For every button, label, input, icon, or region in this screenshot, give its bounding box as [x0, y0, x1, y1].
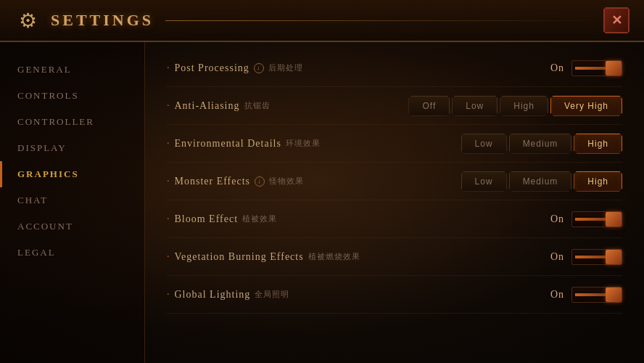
header-decoration [165, 20, 603, 21]
dot-icon: · [167, 251, 170, 263]
post-processing-controls: On [546, 60, 622, 76]
dot-icon: · [167, 289, 170, 301]
sidebar: GENERAL CONTROLS CONTROLLER DISPLAY GRAP… [0, 42, 145, 363]
sidebar-item-graphics[interactable]: GRAPHICS [0, 161, 144, 187]
sidebar-item-display[interactable]: DISPLAY [0, 135, 144, 161]
anti-aliasing-high[interactable]: High [500, 96, 548, 116]
global-lighting-slider[interactable] [571, 287, 622, 303]
bloom-effect-value: On [546, 213, 564, 225]
vegetation-burning-toggle: On [546, 249, 622, 265]
dot-icon: · [167, 138, 170, 150]
global-lighting-controls: On [546, 287, 622, 303]
dot-icon: · [167, 213, 170, 225]
setting-row-post-processing: · Post Processing i 后期处理 On [167, 49, 622, 87]
post-processing-value: On [546, 62, 564, 74]
setting-row-anti-aliasing: · Anti-Aliasing 抗锯齿 Off Low High Very Hi… [167, 87, 622, 125]
info-icon: i [254, 63, 264, 73]
bloom-effect-label: · Bloom Effect 植被效果 [167, 213, 277, 225]
setting-row-global-lighting: · Global Lighting 全局照明 On [167, 276, 622, 314]
anti-aliasing-label: · Anti-Aliasing 抗锯齿 [167, 100, 271, 112]
monster-effects-controls: Low Medium High [461, 171, 622, 192]
dot-icon: · [167, 176, 170, 187]
info-icon: i [255, 176, 265, 187]
monster-low[interactable]: Low [461, 171, 507, 192]
global-lighting-value: On [546, 289, 564, 301]
sidebar-item-account[interactable]: ACCOUNT [0, 213, 144, 240]
monster-medium[interactable]: Medium [509, 171, 572, 192]
environmental-low[interactable]: Low [461, 134, 507, 154]
bloom-effect-slider[interactable] [571, 211, 622, 227]
global-lighting-label: · Global Lighting 全局照明 [167, 289, 289, 301]
slider-thumb [606, 287, 622, 302]
dot-icon: · [167, 62, 170, 74]
vegetation-burning-slider[interactable] [571, 249, 622, 265]
slider-thumb [606, 61, 622, 76]
vegetation-burning-label: · Vegetation Burning Effects 植被燃烧效果 [167, 251, 360, 263]
sidebar-item-controller[interactable]: CONTROLLER [0, 109, 144, 135]
slider-thumb [606, 212, 622, 227]
environmental-details-toggle-group: Low Medium High [461, 134, 622, 154]
setting-row-vegetation-burning: · Vegetation Burning Effects 植被燃烧效果 On [167, 238, 622, 276]
gear-icon: ⚙ [15, 7, 41, 33]
anti-aliasing-very-high[interactable]: Very High [550, 96, 622, 116]
sidebar-item-legal[interactable]: LEGAL [0, 240, 144, 266]
anti-aliasing-off[interactable]: Off [408, 96, 450, 116]
setting-row-environmental-details: · Environmental Details 环境效果 Low Medium … [167, 125, 622, 163]
slider-thumb [606, 250, 622, 264]
vegetation-burning-controls: On [546, 249, 622, 265]
monster-effects-label: · Monster Effects i 怪物效果 [167, 176, 304, 187]
dot-icon: · [167, 100, 170, 112]
monster-high[interactable]: High [574, 171, 622, 192]
environmental-details-controls: Low Medium High [461, 134, 622, 154]
header-title: SETTINGS [51, 11, 154, 30]
sidebar-item-general[interactable]: GENERAL [0, 57, 144, 83]
main-content: · Post Processing i 后期处理 On [145, 42, 644, 363]
body: GENERAL CONTROLS CONTROLLER DISPLAY GRAP… [0, 42, 644, 363]
environmental-details-label: · Environmental Details 环境效果 [167, 138, 321, 150]
bloom-effect-controls: On [546, 211, 622, 227]
anti-aliasing-toggle-group: Off Low High Very High [408, 96, 622, 116]
sidebar-item-chat[interactable]: CHAT [0, 187, 144, 213]
vegetation-burning-value: On [546, 251, 564, 263]
global-lighting-toggle: On [546, 287, 622, 303]
anti-aliasing-low[interactable]: Low [452, 96, 498, 116]
settings-window: ⚙ SETTINGS ✕ GENERAL CONTROLS CONTROLLER… [0, 0, 644, 363]
sidebar-item-controls[interactable]: CONTROLS [0, 83, 144, 109]
setting-row-monster-effects: · Monster Effects i 怪物效果 Low Medium High [167, 163, 622, 200]
post-processing-slider[interactable] [571, 60, 622, 76]
bloom-effect-toggle: On [546, 211, 622, 227]
environmental-high[interactable]: High [574, 134, 622, 154]
anti-aliasing-controls: Off Low High Very High [408, 96, 622, 116]
header: ⚙ SETTINGS ✕ [0, 0, 644, 42]
post-processing-label: · Post Processing i 后期处理 [167, 62, 303, 74]
post-processing-toggle: On [546, 60, 622, 76]
monster-effects-toggle-group: Low Medium High [461, 171, 622, 192]
environmental-medium[interactable]: Medium [509, 134, 572, 154]
setting-row-bloom-effect: · Bloom Effect 植被效果 On [167, 200, 622, 238]
close-button[interactable]: ✕ [603, 7, 629, 33]
